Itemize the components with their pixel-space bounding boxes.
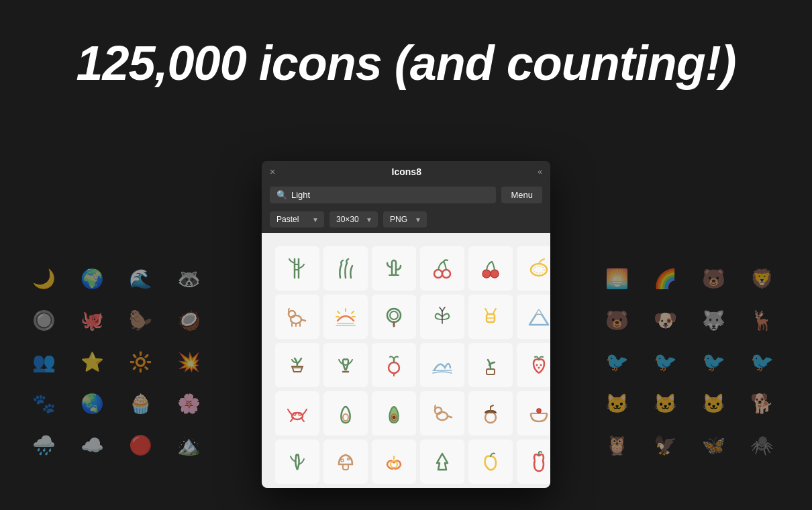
svg-line-53 [491,405,493,407]
icon-strawberry[interactable] [517,343,550,387]
search-icon: 🔍 [276,190,287,200]
filter-bar: Pastel Flat Color iOS Material ▼ 16×16 2… [262,207,550,233]
size-filter-wrapper: 16×16 24×24 30×30 48×48 64×64 ▼ [329,211,378,227]
svg-point-45 [343,414,348,421]
bg-icon-right: 🐦 [745,345,778,378]
bg-icon-left: 🦫 [123,303,157,337]
icon-acorn[interactable] [468,391,513,436]
svg-line-20 [338,311,340,313]
icon-mountain[interactable] [517,295,550,339]
bg-icon-left: 🌍 [75,262,109,295]
size-filter[interactable]: 16×16 24×24 30×30 48×48 64×64 [329,211,378,227]
icon-bowl[interactable] [517,391,550,436]
icon-shark-fin[interactable] [420,343,464,387]
bg-icon-right: 🐱 [600,387,633,420]
bg-icon-left: 💥 [172,345,205,378]
bg-icon-right: 🌅 [600,262,633,295]
bg-icon-right: 🐦 [600,345,633,378]
svg-point-39 [536,364,538,366]
bg-icon-right: 🐱 [648,387,682,420]
bg-icon-right: 🦁 [745,262,778,295]
svg-point-12 [534,266,544,273]
bg-icon-right: 🕷️ [745,428,778,462]
bg-icon-right: 🐦 [697,345,730,378]
icon-dog2[interactable] [420,391,464,436]
bg-icon-left: 🐙 [75,303,109,337]
bg-icon-left: 🌊 [123,262,157,295]
svg-point-41 [538,367,540,369]
hero-title: 125,000 icons (and counting!) [0,0,812,90]
icon-cherries2[interactable] [468,246,513,291]
bg-icons-left: 🌙🌍🌊🦝🔘🐙🦫🥥👥⭐🔆💥🐾🌏🧁🌸🌧️☁️🔴🏔️ [27,262,212,462]
bg-icons-right: 🌅🌈🐻🦁🐻🐶🐺🦌🐦🐦🐦🐦🐱🐱🐱🐕🦉🦅🦋🕷️ [600,262,785,462]
icon-succulent[interactable] [323,343,368,387]
bg-icon-right: 🦋 [697,428,730,462]
icon-herbs[interactable] [275,440,319,484]
menu-button[interactable]: Menu [501,187,542,203]
icon-radish[interactable] [372,343,416,387]
svg-point-8 [442,270,450,278]
svg-point-55 [537,409,541,413]
svg-point-27 [390,311,398,319]
icon-butterfly[interactable] [420,295,464,339]
icon-potted-plant[interactable] [275,343,319,387]
icon-mushroom[interactable] [323,440,368,484]
bg-icon-left: 🌸 [172,387,205,420]
svg-point-57 [348,458,350,460]
icon-sunrise2[interactable] [372,440,416,484]
icon-tree2[interactable] [420,440,464,484]
bg-icon-right: 🐺 [697,303,730,337]
bg-icon-right: 🐦 [648,345,682,378]
bg-icon-left: ☁️ [75,428,109,462]
search-input-wrapper: 🔍 [270,187,496,203]
window-title: Icons8 [392,166,421,177]
icon-cactus[interactable] [372,246,416,291]
plugin-window: × Icons8 « 🔍 Menu Pastel Flat Color iOS … [262,161,550,488]
bg-icon-left: 🌧️ [27,428,60,462]
icon-cherries1[interactable] [420,246,464,291]
svg-point-34 [389,362,399,373]
style-filter[interactable]: Pastel Flat Color iOS Material [270,211,324,227]
svg-rect-4 [392,260,396,275]
bg-icon-left: 🌏 [75,387,109,420]
icon-tree[interactable] [372,295,416,339]
icon-lemon[interactable] [517,246,550,291]
icon-apple[interactable] [517,440,550,484]
icon-honeypot[interactable] [468,295,513,339]
bg-icon-left: 🏔️ [172,428,205,462]
icon-crab[interactable] [275,391,319,436]
bg-icon-left: 👥 [27,345,60,378]
bg-icon-left: 🌙 [27,262,60,295]
svg-point-9 [483,270,491,278]
window-collapse-button[interactable]: « [538,167,542,176]
svg-point-56 [341,459,344,462]
bg-icon-right: 🐻 [697,262,730,295]
bg-icon-left: 🦝 [172,262,205,295]
bg-icon-left: 🔆 [123,345,157,378]
icon-seagrass[interactable] [323,246,368,291]
bg-icon-left: 🐾 [27,387,60,420]
icon-sunrise[interactable] [323,295,368,339]
window-close-button[interactable]: × [270,166,275,177]
svg-point-7 [434,270,442,278]
bg-icon-left: ⭐ [75,345,109,378]
icon-avocado2[interactable] [372,391,416,436]
bg-icon-right: 🌈 [648,262,682,295]
format-filter-wrapper: PNG SVG PDF ▼ [383,211,427,227]
icon-dog[interactable] [275,295,319,339]
svg-line-21 [352,311,354,313]
icon-bamboo[interactable] [275,246,319,291]
icon-plant-seedling[interactable] [468,343,513,387]
bg-icon-left: 🥥 [172,303,205,337]
bg-icon-right: 🐶 [648,303,682,337]
icon-avocado[interactable] [323,391,368,436]
icon-mango[interactable] [468,440,513,484]
bg-icon-right: 🦉 [600,428,633,462]
search-bar: 🔍 Menu [262,183,550,207]
svg-point-10 [491,270,499,278]
svg-point-40 [540,364,542,366]
search-input[interactable] [291,190,489,200]
window-titlebar: × Icons8 « [262,161,550,183]
format-filter[interactable]: PNG SVG PDF [383,211,427,227]
svg-point-47 [393,416,396,419]
